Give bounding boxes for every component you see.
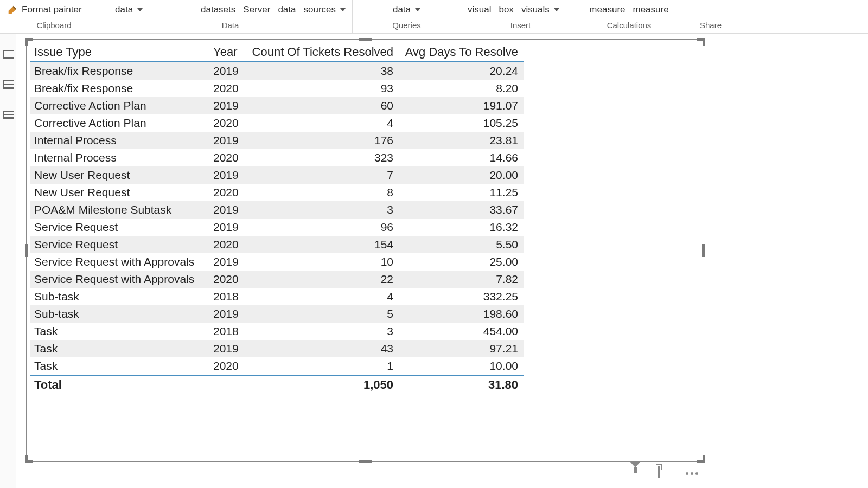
table-visual[interactable]: Issue Type Year Count Of Tickets Resolve… bbox=[26, 39, 704, 462]
cell-avg: 7.82 bbox=[399, 271, 524, 288]
cell-avg: 20.24 bbox=[399, 62, 524, 80]
recent-sources-button[interactable]: sources bbox=[303, 4, 346, 15]
cell-issue-type: Internal Process bbox=[30, 149, 209, 166]
resize-handle-edge[interactable] bbox=[359, 38, 372, 41]
table-row[interactable]: POA&M Milestone Subtask2019333.67 bbox=[30, 201, 524, 219]
model-view-icon[interactable] bbox=[3, 111, 14, 119]
table-row[interactable]: Break/fix Response20193820.24 bbox=[30, 62, 524, 80]
cell-issue-type: Task bbox=[30, 357, 209, 375]
transform-data-button[interactable]: data bbox=[393, 4, 420, 15]
table-total-row: Total 1,050 31.80 bbox=[30, 375, 524, 394]
table-row[interactable]: Corrective Action Plan201960191.07 bbox=[30, 97, 524, 114]
server-button[interactable]: Server bbox=[243, 4, 270, 15]
cell-count: 43 bbox=[247, 340, 399, 357]
resize-handle-edge[interactable] bbox=[702, 244, 705, 257]
resize-handle-edge[interactable] bbox=[25, 244, 28, 257]
cell-year: 2019 bbox=[209, 132, 247, 149]
col-header-issue-type[interactable]: Issue Type bbox=[30, 43, 209, 62]
table-row[interactable]: New User Request2020811.25 bbox=[30, 184, 524, 201]
cell-issue-type: Corrective Action Plan bbox=[30, 114, 209, 132]
table-row[interactable]: Corrective Action Plan20204105.25 bbox=[30, 114, 524, 132]
table-row[interactable]: Task2020110.00 bbox=[30, 357, 524, 375]
data-table: Issue Type Year Count Of Tickets Resolve… bbox=[30, 43, 524, 394]
view-rail bbox=[0, 34, 16, 488]
cell-count: 10 bbox=[247, 253, 399, 271]
more-visuals-button[interactable]: visuals bbox=[521, 4, 559, 15]
cell-avg: 8.20 bbox=[399, 80, 524, 97]
cell-issue-type: Service Request with Approvals bbox=[30, 253, 209, 271]
table-row[interactable]: Internal Process201917623.81 bbox=[30, 132, 524, 149]
cell-issue-type: Internal Process bbox=[30, 132, 209, 149]
table-row[interactable]: Sub-task20195198.60 bbox=[30, 305, 524, 323]
cell-issue-type: New User Request bbox=[30, 184, 209, 201]
table-row[interactable]: Service Request20201545.50 bbox=[30, 236, 524, 253]
ribbon-group-data: data datasets Server data sources Data bbox=[108, 0, 353, 33]
ribbon-group-label: Share bbox=[685, 21, 737, 32]
table-row[interactable]: Task20183454.00 bbox=[30, 323, 524, 340]
cell-avg: 198.60 bbox=[399, 305, 524, 323]
cell-avg: 454.00 bbox=[399, 323, 524, 340]
ribbon-group-label: Calculations bbox=[587, 21, 671, 32]
cell-year: 2019 bbox=[209, 219, 247, 236]
quick-measure-button[interactable]: measure bbox=[633, 4, 669, 15]
cell-avg: 5.50 bbox=[399, 236, 524, 253]
report-view-icon[interactable] bbox=[3, 50, 14, 59]
filter-icon[interactable] bbox=[629, 467, 643, 479]
cell-count: 323 bbox=[247, 149, 399, 166]
ribbon-group-insert: visual box visuals Insert bbox=[461, 0, 580, 33]
cell-issue-type: Service Request with Approvals bbox=[30, 271, 209, 288]
cell-issue-type: Sub-task bbox=[30, 288, 209, 305]
new-visual-button[interactable]: visual bbox=[468, 4, 491, 15]
resize-handle-corner[interactable] bbox=[25, 455, 33, 463]
cell-issue-type: POA&M Milestone Subtask bbox=[30, 201, 209, 219]
cell-avg: 20.00 bbox=[399, 166, 524, 184]
table-row[interactable]: Service Request20199616.32 bbox=[30, 219, 524, 236]
cell-count: 93 bbox=[247, 80, 399, 97]
cell-avg: 14.66 bbox=[399, 149, 524, 166]
table-row[interactable]: Internal Process202032314.66 bbox=[30, 149, 524, 166]
datasets-button[interactable]: datasets bbox=[201, 4, 235, 15]
ribbon-group-label: Data bbox=[115, 21, 346, 32]
cell-avg: 10.00 bbox=[399, 357, 524, 375]
cell-year: 2018 bbox=[209, 288, 247, 305]
table-row[interactable]: Service Request with Approvals20191025.0… bbox=[30, 253, 524, 271]
resize-handle-corner[interactable] bbox=[697, 38, 705, 46]
cell-issue-type: Sub-task bbox=[30, 305, 209, 323]
resize-handle-edge[interactable] bbox=[359, 460, 372, 463]
text-box-button[interactable]: box bbox=[499, 4, 513, 15]
cell-count: 5 bbox=[247, 305, 399, 323]
cell-count: 96 bbox=[247, 219, 399, 236]
cell-year: 2019 bbox=[209, 201, 247, 219]
format-painter-label: Format painter bbox=[22, 4, 82, 15]
table-row[interactable]: Task20194397.21 bbox=[30, 340, 524, 357]
report-canvas[interactable]: Issue Type Year Count Of Tickets Resolve… bbox=[16, 34, 868, 488]
table-row[interactable]: New User Request2019720.00 bbox=[30, 166, 524, 184]
resize-handle-corner[interactable] bbox=[697, 455, 705, 463]
format-painter-button[interactable]: Format painter bbox=[7, 4, 82, 16]
focus-mode-icon[interactable] bbox=[658, 467, 672, 479]
new-measure-button[interactable]: measure bbox=[589, 4, 625, 15]
cell-year: 2019 bbox=[209, 340, 247, 357]
table-row[interactable]: Service Request with Approvals2020227.82 bbox=[30, 271, 524, 288]
cell-issue-type: New User Request bbox=[30, 166, 209, 184]
col-header-count[interactable]: Count Of Tickets Resolved bbox=[247, 43, 399, 62]
cell-count: 3 bbox=[247, 201, 399, 219]
ribbon-group-label: Queries bbox=[359, 21, 454, 32]
cell-count: 4 bbox=[247, 288, 399, 305]
more-options-icon[interactable] bbox=[686, 467, 700, 479]
cell-year: 2020 bbox=[209, 184, 247, 201]
table-row[interactable]: Sub-task20184332.25 bbox=[30, 288, 524, 305]
enter-data-button[interactable]: data bbox=[278, 4, 296, 15]
format-painter-icon bbox=[7, 4, 18, 16]
cell-avg: 97.21 bbox=[399, 340, 524, 357]
get-data-button[interactable]: data bbox=[115, 4, 143, 15]
ribbon-group-calculations: measure measure Calculations bbox=[580, 0, 678, 33]
col-header-avg[interactable]: Avg Days To Resolve bbox=[399, 43, 524, 62]
cell-count: 7 bbox=[247, 166, 399, 184]
data-view-icon[interactable] bbox=[3, 80, 14, 89]
cell-count: 8 bbox=[247, 184, 399, 201]
total-label: Total bbox=[30, 375, 209, 394]
table-row[interactable]: Break/fix Response2020938.20 bbox=[30, 80, 524, 97]
cell-year: 2018 bbox=[209, 323, 247, 340]
col-header-year[interactable]: Year bbox=[209, 43, 247, 62]
